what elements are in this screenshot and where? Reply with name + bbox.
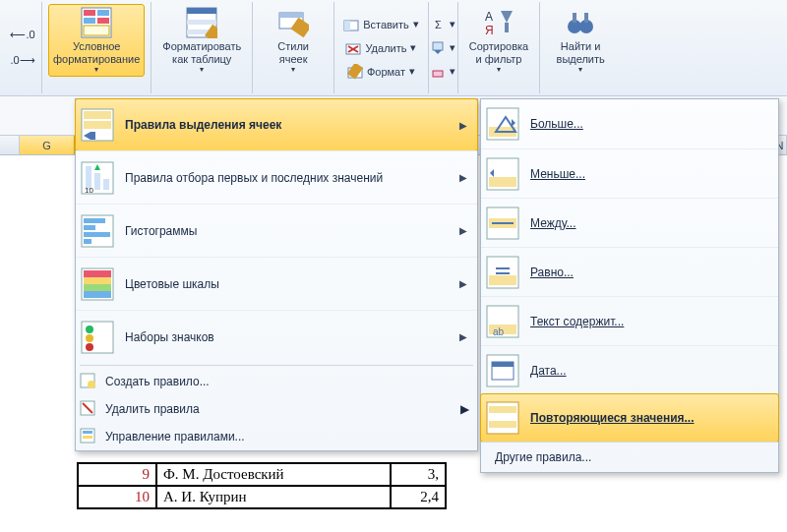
svg-marker-26 <box>501 11 513 23</box>
menu-data-bars[interactable]: Гистограммы ▶ <box>76 204 477 257</box>
chevron-down-icon: ▾ <box>409 65 415 78</box>
autosum-button[interactable]: Σ▾ <box>427 15 458 34</box>
submenu-greater-than[interactable]: Больше... <box>481 99 778 148</box>
delete-button[interactable]: Удалить ▾ <box>342 38 419 58</box>
submenu-equal-to[interactable]: Равно... <box>481 247 778 296</box>
svg-text:ab: ab <box>493 326 505 337</box>
svg-rect-45 <box>84 225 95 230</box>
highlight-cell-rules-submenu: Больше... Меньше... Между... Равно... ab… <box>480 98 779 473</box>
menu-label: Правила выделения ячеек <box>125 118 459 132</box>
cell-name[interactable]: А. И. Куприн <box>156 486 391 508</box>
eraser-icon <box>430 64 446 80</box>
table-row[interactable]: 9 Ф. М. Достоевский 3, <box>78 463 446 486</box>
menu-text: Повторяющиеся значения... <box>530 411 695 425</box>
cell-value[interactable]: 2,4 <box>391 486 446 508</box>
submenu-arrow-icon: ▶ <box>459 172 467 183</box>
manage-rules-icon <box>80 428 97 445</box>
submenu-less-than[interactable]: Меньше... <box>481 148 778 198</box>
svg-point-56 <box>86 343 93 351</box>
svg-rect-1 <box>84 10 95 16</box>
sort-filter-button[interactable]: АЯ Сортировка и фильтр ▾ <box>464 4 533 77</box>
cell-name[interactable]: Ф. М. Достоевский <box>156 463 391 486</box>
svg-rect-35 <box>91 132 95 140</box>
menu-label: Между... <box>530 216 768 230</box>
chevron-down-icon: ▾ <box>450 65 455 78</box>
svg-text:А: А <box>485 10 493 24</box>
svg-rect-62 <box>83 431 92 434</box>
delete-label: Удалить <box>365 42 406 54</box>
menu-label: Управление правилами... <box>105 430 245 443</box>
submenu-arrow-icon: ▶ <box>460 402 469 416</box>
menu-separator <box>80 365 473 366</box>
submenu-text-contains[interactable]: ab Текст содержит... <box>481 296 778 345</box>
svg-rect-7 <box>187 8 216 14</box>
menu-label: Удалить правила <box>105 402 200 416</box>
svg-rect-23 <box>433 71 443 77</box>
find-select-group: Найти и выделить ▾ <box>540 2 621 93</box>
submenu-between[interactable]: Между... <box>481 198 778 247</box>
submenu-more-rules[interactable]: Другие правила... <box>481 442 778 472</box>
cell-value[interactable]: 3, <box>391 463 446 486</box>
menu-label: Другие правила... <box>495 450 591 464</box>
svg-point-54 <box>86 325 93 333</box>
conditional-formatting-button[interactable]: Условное форматирование ▾ <box>48 4 145 77</box>
cell-number[interactable]: 9 <box>78 463 156 486</box>
chevron-down-icon: ▾ <box>450 18 455 30</box>
sort-filter-label: Сортировка и фильтр <box>469 40 528 65</box>
svg-rect-4 <box>97 18 109 24</box>
clear-button[interactable]: ▾ <box>427 62 458 82</box>
format-button[interactable]: Формат ▾ <box>344 62 418 82</box>
insert-button[interactable]: Вставить ▾ <box>340 15 422 34</box>
date-icon <box>485 353 520 388</box>
svg-rect-40 <box>103 179 109 190</box>
sigma-icon: Σ <box>430 17 446 32</box>
menu-clear-rules[interactable]: Удалить правила ▶ <box>76 395 477 423</box>
styles-group: Условное форматирование ▾ <box>42 2 151 93</box>
svg-rect-47 <box>84 239 91 244</box>
binoculars-icon <box>565 7 596 38</box>
chevron-down-icon: ▾ <box>413 18 419 30</box>
format-as-table-button[interactable]: Форматировать как таблицу ▾ <box>157 4 246 77</box>
icon-sets-icon <box>80 320 115 355</box>
svg-rect-46 <box>84 232 110 237</box>
decrease-decimal-button[interactable]: .0⟶ <box>12 51 33 71</box>
svg-rect-49 <box>84 270 111 277</box>
submenu-duplicate-values[interactable]: Повторяющиеся значения... <box>480 393 779 443</box>
chevron-down-icon: ▾ <box>497 65 501 74</box>
conditional-formatting-menu: Правила выделения ячеек ▶ 10 Правила отб… <box>75 98 478 451</box>
find-select-button[interactable]: Найти и выделить ▾ <box>546 4 615 77</box>
menu-text: Равно... <box>530 266 574 279</box>
cell-number[interactable]: 10 <box>78 486 156 508</box>
menu-manage-rules[interactable]: Управление правилами... <box>76 423 477 450</box>
insert-label: Вставить <box>363 19 409 30</box>
menu-highlight-cell-rules[interactable]: Правила выделения ячеек ▶ <box>75 98 478 151</box>
menu-top-bottom-rules[interactable]: 10 Правила отбора первых и последних зна… <box>76 150 477 204</box>
submenu-date-occurring[interactable]: Дата... <box>481 345 778 394</box>
conditional-formatting-label: Условное форматирование <box>53 40 140 65</box>
data-bars-icon <box>80 213 115 249</box>
cell-styles-group: Стили ячеек ▾ <box>253 2 334 93</box>
svg-rect-85 <box>489 406 516 413</box>
increase-decimal-button[interactable]: ⟵.0 <box>12 26 33 45</box>
fill-button[interactable]: ▾ <box>427 38 458 58</box>
table-row[interactable]: 10 А. И. Куприн 2,4 <box>78 486 446 508</box>
menu-label: Больше... <box>530 117 768 131</box>
menu-new-rule[interactable]: Создать правило... <box>76 368 477 395</box>
menu-text: Между... <box>530 216 576 230</box>
chevron-down-icon: ▾ <box>94 65 98 74</box>
column-header-g[interactable]: G <box>20 136 75 154</box>
menu-label: Правила отбора первых и последних значен… <box>125 171 459 185</box>
top-bottom-icon: 10 <box>80 160 115 196</box>
menu-label: Дата... <box>530 364 768 378</box>
cells-group: Вставить ▾ Удалить ▾ Формат ▾ <box>334 2 429 93</box>
cell-styles-button[interactable]: Стили ячеек ▾ <box>259 4 328 77</box>
menu-color-scales[interactable]: Цветовые шкалы ▶ <box>76 257 477 310</box>
svg-text:10: 10 <box>85 186 93 195</box>
menu-icon-sets[interactable]: Наборы значков ▶ <box>76 310 477 363</box>
submenu-arrow-icon: ▶ <box>459 225 467 236</box>
insert-icon <box>343 17 359 32</box>
row-header-corner[interactable] <box>0 136 20 154</box>
conditional-formatting-icon <box>81 7 112 38</box>
svg-rect-39 <box>94 173 100 190</box>
sort-filter-group: АЯ Сортировка и фильтр ▾ <box>458 2 540 93</box>
